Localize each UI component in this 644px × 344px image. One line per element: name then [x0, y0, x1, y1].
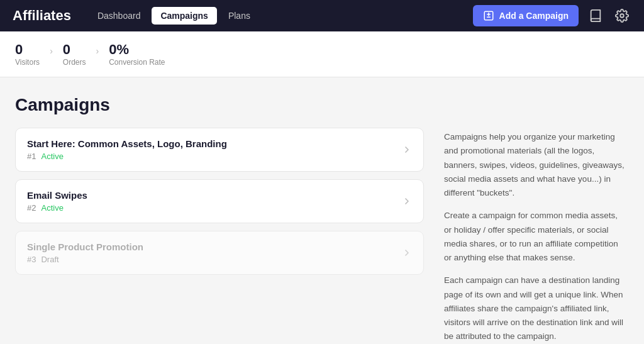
chevron-right-icon-2 — [402, 196, 412, 206]
campaign-1-num: #1 — [27, 152, 36, 161]
campaign-2-num: #2 — [27, 203, 36, 213]
stat-conversion: 0% Conversion Rate — [109, 42, 165, 67]
campaign-3-info: Single Product Promotion #3 Draft — [27, 241, 143, 264]
stat-visitors: 0 Visitors — [15, 42, 40, 67]
visitors-label: Visitors — [15, 58, 40, 67]
nav-dashboard[interactable]: Dashboard — [89, 7, 150, 25]
campaign-3-name: Single Product Promotion — [27, 241, 143, 252]
app-logo: Affiliates — [13, 8, 71, 24]
book-icon — [589, 9, 602, 23]
arrow-1: › — [50, 46, 53, 62]
nav-plans[interactable]: Plans — [219, 7, 259, 25]
add-campaign-button[interactable]: Add a Campaign — [473, 5, 579, 26]
campaign-3-num: #3 — [27, 255, 36, 264]
stat-orders: 0 Orders — [63, 42, 86, 67]
chevron-right-icon-3 — [402, 248, 412, 258]
campaign-1-status: Active — [41, 152, 63, 161]
nav-campaigns[interactable]: Campaigns — [152, 7, 216, 25]
orders-label: Orders — [63, 58, 86, 67]
campaign-card-2[interactable]: Email Swipes #2 Active — [15, 179, 424, 223]
campaign-card-1[interactable]: Start Here: Common Assets, Logo, Brandin… — [15, 128, 424, 172]
chevron-right-icon-1 — [402, 145, 412, 155]
conversion-label: Conversion Rate — [109, 58, 165, 67]
header: Affiliates Dashboard Campaigns Plans Add… — [0, 0, 644, 31]
header-nav: Dashboard Campaigns Plans — [89, 7, 473, 25]
sidebar-text-2: Create a campaign for common media asset… — [444, 209, 626, 265]
campaign-1-info: Start Here: Common Assets, Logo, Brandin… — [27, 138, 227, 161]
campaign-3-meta: #3 Draft — [27, 255, 143, 264]
sidebar-text-1: Campaigns help you organize your marketi… — [444, 130, 626, 200]
docs-button[interactable] — [586, 6, 605, 25]
left-panel: Campaigns Start Here: Common Assets, Log… — [15, 95, 424, 344]
campaign-2-status: Active — [41, 203, 63, 213]
campaign-card-3[interactable]: Single Product Promotion #3 Draft — [15, 231, 424, 275]
settings-button[interactable] — [613, 6, 631, 25]
sidebar-text-3: Each campaign can have a destination lan… — [444, 274, 626, 343]
add-campaign-icon — [483, 10, 494, 21]
add-campaign-label: Add a Campaign — [499, 11, 569, 21]
right-panel: Campaigns help you organize your marketi… — [444, 95, 626, 344]
orders-value: 0 — [63, 42, 86, 58]
header-actions: Add a Campaign — [473, 5, 631, 26]
campaign-2-name: Email Swipes — [27, 190, 87, 201]
svg-point-1 — [620, 14, 624, 18]
main-content: Campaigns Start Here: Common Assets, Log… — [0, 77, 644, 344]
gear-icon — [615, 9, 629, 23]
campaign-3-status: Draft — [41, 255, 58, 264]
campaign-2-info: Email Swipes #2 Active — [27, 190, 87, 213]
campaign-1-meta: #1 Active — [27, 152, 227, 161]
campaign-2-meta: #2 Active — [27, 203, 87, 213]
conversion-value: 0% — [109, 42, 165, 58]
visitors-value: 0 — [15, 42, 40, 58]
arrow-2: › — [96, 46, 99, 62]
campaigns-title: Campaigns — [15, 95, 424, 115]
stats-bar: 0 Visitors › 0 Orders › 0% Conversion Ra… — [0, 31, 644, 77]
campaign-1-name: Start Here: Common Assets, Logo, Brandin… — [27, 138, 227, 149]
